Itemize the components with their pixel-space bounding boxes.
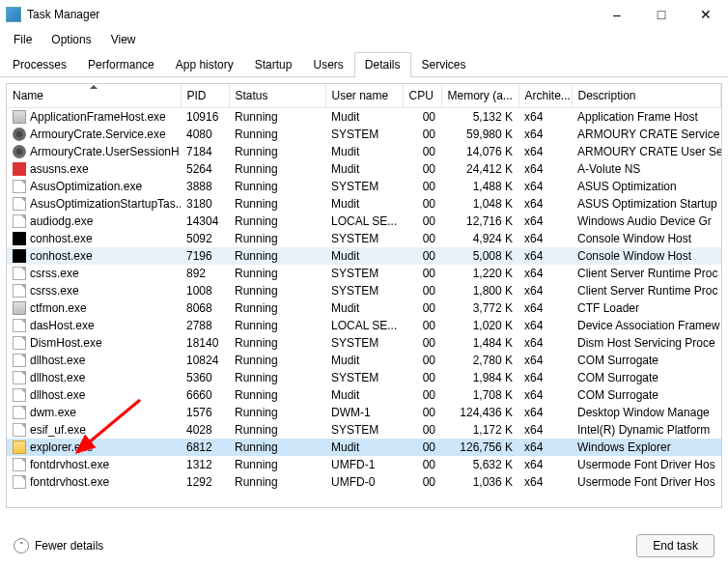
cell-user: SYSTEM	[325, 126, 403, 143]
cell-user: Mudit	[325, 143, 403, 160]
cell-arch: x64	[518, 195, 572, 213]
table-row[interactable]: csrss.exe1008RunningSYSTEM001,800 Kx64Cl…	[7, 282, 721, 299]
table-row[interactable]: fontdrvhost.exe1292RunningUMFD-0001,036 …	[7, 473, 721, 491]
table-row[interactable]: dllhost.exe5360RunningSYSTEM001,984 Kx64…	[7, 369, 721, 386]
col-status[interactable]: Status	[229, 84, 325, 108]
cell-status: Running	[229, 421, 325, 439]
process-icon	[13, 128, 26, 141]
col-arch[interactable]: Archite...	[518, 84, 572, 108]
col-user[interactable]: User name	[325, 84, 403, 108]
tab-details[interactable]: Details	[354, 52, 411, 77]
cell-desc: COM Surrogate	[572, 369, 721, 386]
cell-desc: Usermode Font Driver Hos	[572, 456, 721, 473]
table-row[interactable]: conhost.exe7196RunningMudit005,008 Kx64C…	[7, 247, 721, 265]
menu-file[interactable]: File	[4, 31, 42, 48]
cell-desc: Desktop Window Manage	[572, 404, 721, 421]
cell-mem: 5,632 K	[441, 456, 518, 473]
cell-pid: 5360	[181, 369, 229, 386]
table-row[interactable]: ctfmon.exe8068RunningMudit003,772 Kx64CT…	[7, 299, 721, 317]
cell-arch: x64	[518, 369, 572, 386]
col-name[interactable]: Name	[7, 84, 181, 108]
cell-user: Mudit	[325, 247, 403, 265]
cell-status: Running	[229, 230, 325, 247]
col-pid[interactable]: PID	[181, 84, 229, 108]
fewer-details-toggle[interactable]: ˄ Fewer details	[14, 538, 103, 554]
menu-view[interactable]: View	[101, 31, 146, 48]
table-row[interactable]: ArmouryCrate.UserSessionH...7184RunningM…	[7, 143, 721, 160]
chevron-up-icon: ˄	[14, 538, 29, 554]
table-row[interactable]: AsusOptimization.exe3888RunningSYSTEM001…	[7, 178, 721, 195]
cell-name: dllhost.exe	[7, 369, 181, 386]
col-desc[interactable]: Description	[572, 84, 721, 108]
table-row[interactable]: asusns.exe5264RunningMudit0024,412 Kx64A…	[7, 160, 721, 178]
cell-arch: x64	[518, 160, 572, 178]
cell-user: UMFD-1	[325, 456, 403, 473]
col-cpu[interactable]: CPU	[403, 84, 441, 108]
cell-pid: 1312	[181, 456, 229, 473]
table-row[interactable]: fontdrvhost.exe1312RunningUMFD-1005,632 …	[7, 456, 721, 473]
minimize-button[interactable]: –	[595, 0, 639, 29]
process-icon	[13, 423, 26, 437]
cell-status: Running	[229, 126, 325, 143]
cell-name: conhost.exe	[7, 230, 181, 247]
maximize-button[interactable]: □	[639, 0, 684, 29]
process-icon	[13, 301, 26, 315]
cell-pid: 14304	[181, 213, 229, 230]
table-row[interactable]: AsusOptimizationStartupTas...3180Running…	[7, 195, 721, 213]
menu-options[interactable]: Options	[42, 31, 100, 48]
end-task-button[interactable]: End task	[636, 534, 714, 557]
process-name: explorer.exe	[30, 440, 93, 454]
cell-name: conhost.exe	[7, 247, 181, 265]
process-name: conhost.exe	[30, 232, 93, 245]
cell-user: UMFD-0	[325, 473, 403, 491]
cell-cpu: 00	[403, 108, 441, 127]
table-row[interactable]: ApplicationFrameHost.exe10916RunningMudi…	[7, 108, 721, 127]
table-row[interactable]: conhost.exe5092RunningSYSTEM004,924 Kx64…	[7, 230, 721, 247]
cell-name: dllhost.exe	[7, 386, 181, 404]
cell-arch: x64	[518, 178, 572, 195]
cell-status: Running	[229, 299, 325, 317]
tab-services[interactable]: Services	[411, 52, 477, 77]
cell-pid: 1292	[181, 473, 229, 491]
col-memory[interactable]: Memory (a...	[441, 84, 518, 108]
cell-user: Mudit	[325, 439, 403, 456]
table-row[interactable]: esif_uf.exe4028RunningSYSTEM001,172 Kx64…	[7, 421, 721, 439]
table-row[interactable]: ArmouryCrate.Service.exe4080RunningSYSTE…	[7, 126, 721, 143]
process-icon	[13, 214, 26, 228]
table-row[interactable]: dwm.exe1576RunningDWM-100124,436 Kx64Des…	[7, 404, 721, 421]
table-row[interactable]: explorer.exe6812RunningMudit00126,756 Kx…	[7, 439, 721, 456]
tab-processes[interactable]: Processes	[2, 52, 77, 77]
process-name: ArmouryCrate.Service.exe	[30, 128, 166, 141]
cell-arch: x64	[518, 334, 572, 352]
cell-cpu: 00	[403, 160, 441, 178]
tab-app-history[interactable]: App history	[165, 52, 244, 77]
tab-performance[interactable]: Performance	[77, 52, 165, 77]
cell-status: Running	[229, 317, 325, 334]
cell-arch: x64	[518, 126, 572, 143]
table-row[interactable]: dasHost.exe2788RunningLOCAL SE...001,020…	[7, 317, 721, 334]
tab-users[interactable]: Users	[302, 52, 353, 77]
cell-cpu: 00	[403, 195, 441, 213]
tab-startup[interactable]: Startup	[244, 52, 303, 77]
cell-mem: 1,984 K	[441, 369, 518, 386]
process-name: asusns.exe	[30, 162, 89, 176]
cell-mem: 14,076 K	[441, 143, 518, 160]
cell-desc: ASUS Optimization	[572, 178, 721, 195]
cell-arch: x64	[518, 386, 572, 404]
process-name: ctfmon.exe	[30, 301, 87, 315]
table-row[interactable]: dllhost.exe10824RunningMudit002,780 Kx64…	[7, 352, 721, 369]
table-row[interactable]: dllhost.exe6660RunningMudit001,708 Kx64C…	[7, 386, 721, 404]
process-icon	[13, 458, 26, 471]
cell-name: dllhost.exe	[7, 352, 181, 369]
cell-arch: x64	[518, 404, 572, 421]
table-row[interactable]: DismHost.exe18140RunningSYSTEM001,484 Kx…	[7, 334, 721, 352]
table-row[interactable]: csrss.exe892RunningSYSTEM001,220 Kx64Cli…	[7, 265, 721, 282]
process-name: DismHost.exe	[30, 336, 102, 350]
cell-cpu: 00	[403, 299, 441, 317]
cell-status: Running	[229, 143, 325, 160]
table-row[interactable]: audiodg.exe14304RunningLOCAL SE...0012,7…	[7, 213, 721, 230]
close-button[interactable]: ✕	[684, 0, 728, 29]
cell-status: Running	[229, 334, 325, 352]
process-icon	[13, 249, 26, 263]
process-icon	[13, 162, 26, 176]
